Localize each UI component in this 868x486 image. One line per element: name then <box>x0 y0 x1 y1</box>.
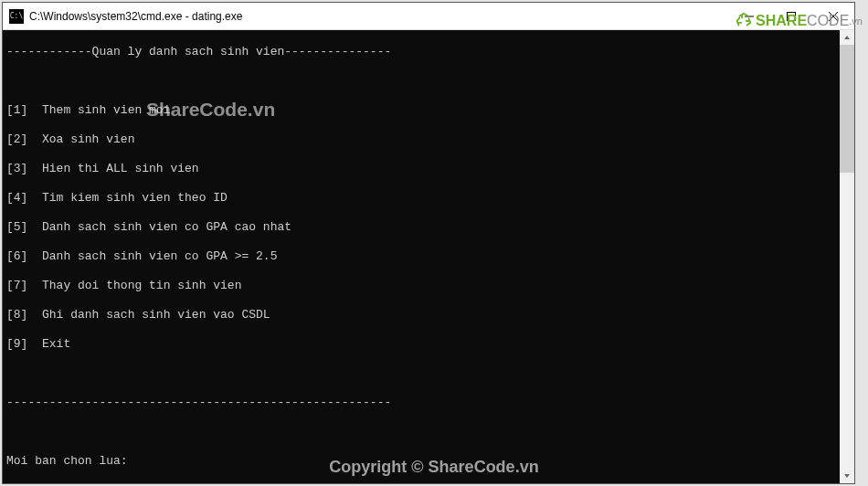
prompt-line: Moi ban chon lua: <box>6 454 851 469</box>
menu-item: [2] Xoa sinh vien <box>6 132 851 147</box>
window-controls <box>728 3 854 29</box>
blank-line <box>6 366 851 381</box>
close-button[interactable] <box>812 3 854 29</box>
svg-rect-1 <box>788 12 796 20</box>
window-title: C:\Windows\system32\cmd.exe - dating.exe <box>29 10 728 23</box>
menu-item: [1] Them sinh vien moi <box>6 103 851 118</box>
scrollbar-thumb[interactable] <box>840 45 854 173</box>
scroll-down-button[interactable] <box>840 469 854 483</box>
menu-item: [3] Hien thi ALL sinh vien <box>6 162 851 176</box>
blank-line <box>6 74 851 89</box>
scroll-up-button[interactable] <box>840 30 854 45</box>
menu-item: [7] Thay doi thong tin sinh vien <box>6 279 851 293</box>
svg-marker-4 <box>844 36 850 39</box>
minimize-button[interactable] <box>728 3 770 29</box>
blank-line <box>6 425 851 439</box>
header-line: ------------Quan ly danh sach sinh vien-… <box>6 45 851 59</box>
menu-item: [9] Exit <box>6 337 851 352</box>
console-output[interactable]: ------------Quan ly danh sach sinh vien-… <box>3 30 854 483</box>
menu-item: [5] Danh sach sinh vien co GPA cao nhat <box>6 220 851 235</box>
cmd-icon: C:\ <box>9 9 24 24</box>
menu-item: [4] Tim kiem sinh vien theo ID <box>6 191 851 206</box>
maximize-button[interactable] <box>770 3 812 29</box>
svg-marker-5 <box>844 474 850 478</box>
menu-item: [8] Ghi danh sach sinh vien vao CSDL <box>6 308 851 322</box>
scrollbar-track[interactable] <box>840 45 854 469</box>
cmd-window: C:\ C:\Windows\system32\cmd.exe - dating… <box>2 2 855 484</box>
divider-line: ----------------------------------------… <box>6 396 851 410</box>
menu-item: [6] Danh sach sinh vien co GPA >= 2.5 <box>6 249 851 264</box>
titlebar[interactable]: C:\ C:\Windows\system32\cmd.exe - dating… <box>3 3 854 30</box>
vertical-scrollbar[interactable] <box>840 30 854 483</box>
